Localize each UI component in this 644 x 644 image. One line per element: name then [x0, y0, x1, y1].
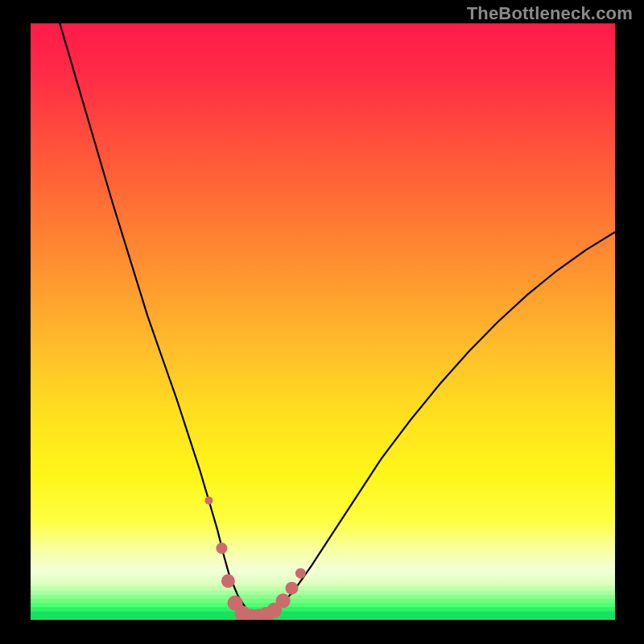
- svg-rect-6: [31, 590, 615, 595]
- svg-rect-2: [31, 607, 615, 612]
- svg-rect-5: [31, 594, 615, 599]
- plot-background: [31, 23, 615, 620]
- svg-rect-7: [31, 586, 615, 591]
- svg-point-17: [276, 593, 291, 608]
- watermark-text: TheBottleneck.com: [467, 3, 633, 24]
- svg-point-19: [295, 568, 306, 579]
- svg-point-9: [216, 543, 227, 554]
- svg-point-8: [204, 497, 213, 505]
- chart-svg: [0, 0, 644, 644]
- svg-rect-3: [31, 603, 615, 608]
- svg-point-18: [286, 582, 299, 595]
- chart-frame: TheBottleneck.com: [0, 0, 644, 644]
- green-stripe-band: [31, 586, 615, 621]
- svg-rect-4: [31, 598, 615, 603]
- svg-rect-1: [31, 611, 615, 621]
- svg-point-10: [221, 574, 235, 588]
